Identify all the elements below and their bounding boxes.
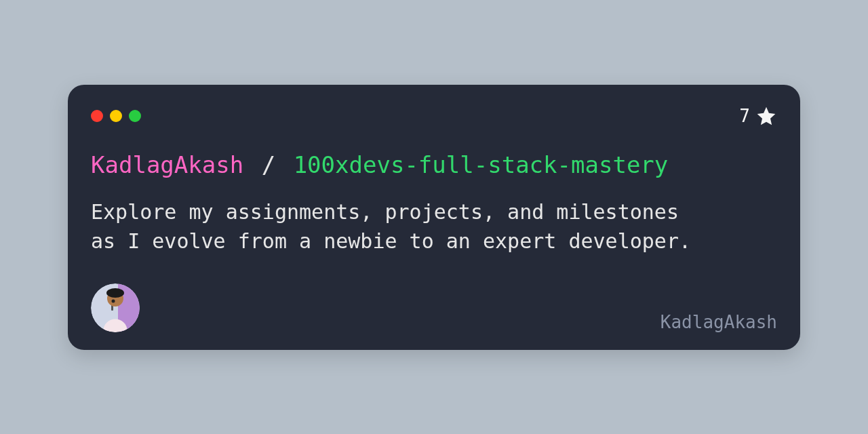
repo-description: Explore my assignments, projects, and mi… [91,197,715,256]
star-count: 7 [739,106,750,126]
card-topbar: 7 [91,105,777,127]
author-name: KadlagAkash [660,312,777,332]
card-footer: KadlagAkash [91,283,777,332]
avatar[interactable] [91,283,140,332]
svg-point-6 [112,299,115,302]
star-icon [755,105,777,127]
star-area: 7 [739,105,777,127]
repo-owner[interactable]: KadlagAkash [91,151,243,178]
title-separator: / [258,151,279,178]
minimize-icon[interactable] [110,110,122,122]
traffic-lights [91,110,141,122]
maximize-icon[interactable] [129,110,141,122]
repo-name[interactable]: 100xdevs-full-stack-mastery [294,151,669,178]
repo-card: 7 KadlagAkash / 100xdevs-full-stack-mast… [68,85,800,350]
svg-point-5 [106,288,124,298]
repo-title: KadlagAkash / 100xdevs-full-stack-master… [91,151,777,178]
close-icon[interactable] [91,110,103,122]
